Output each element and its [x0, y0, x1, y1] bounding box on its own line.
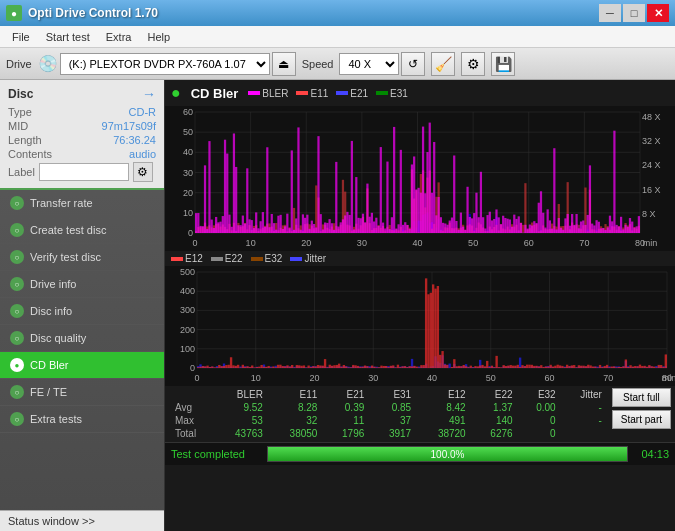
legend-e11-label: E11	[310, 88, 328, 99]
app-icon: ●	[6, 5, 22, 21]
legend-e22-color	[211, 257, 223, 261]
sidebar-item-create-test-disc[interactable]: ○ Create test disc	[0, 217, 164, 244]
menu-file[interactable]: File	[4, 29, 38, 45]
sidebar-item-cd-bler-label: CD Bler	[30, 359, 69, 371]
disc-label-input[interactable]	[39, 163, 129, 181]
chart1-legend: BLER E11 E21 E31	[248, 88, 408, 99]
legend-e32-color	[251, 257, 263, 261]
title-bar: ● Opti Drive Control 1.70 ─ □ ✕	[0, 0, 675, 26]
legend-bler-label: BLER	[262, 88, 288, 99]
progress-track: 100.0%	[267, 446, 628, 462]
legend-jitter-label: Jitter	[304, 253, 326, 264]
sidebar-item-drive-info[interactable]: ○ Drive info	[0, 271, 164, 298]
sidebar-item-fe-te[interactable]: ○ FE / TE	[0, 379, 164, 406]
sidebar-item-verify-test-disc-label: Verify test disc	[30, 251, 101, 263]
disc-panel: Disc → Type CD-R MID 97m17s09f Length 76…	[0, 80, 164, 190]
speed-label: Speed	[302, 58, 334, 70]
legend-e21-color	[336, 91, 348, 95]
settings-button[interactable]: ⚙	[461, 52, 485, 76]
chart2-legend-bar: E12 E22 E32 Jitter	[165, 251, 675, 266]
legend-e22: E22	[211, 253, 243, 264]
menu-extra[interactable]: Extra	[98, 29, 140, 45]
menu-bar: File Start test Extra Help	[0, 26, 675, 48]
sidebar-item-disc-info[interactable]: ○ Disc info	[0, 298, 164, 325]
disc-panel-title: Disc	[8, 87, 33, 101]
legend-e21: E21	[336, 88, 368, 99]
time-display: 04:13	[634, 448, 669, 460]
status-window-label: Status window >>	[8, 515, 95, 527]
legend-e32: E32	[251, 253, 283, 264]
start-full-button[interactable]: Start full	[612, 388, 671, 407]
menu-help[interactable]: Help	[139, 29, 178, 45]
disc-type-value: CD-R	[129, 106, 157, 118]
sidebar-item-create-test-disc-label: Create test disc	[30, 224, 106, 236]
sidebar-item-disc-quality[interactable]: ○ Disc quality	[0, 325, 164, 352]
drive-select[interactable]: (K:) PLEXTOR DVDR PX-760A 1.07	[60, 53, 270, 75]
progress-text: 100.0%	[268, 447, 627, 463]
col-bler: BLER	[214, 388, 269, 401]
disc-contents-label: Contents	[8, 148, 52, 160]
maximize-button[interactable]: □	[623, 4, 645, 22]
sidebar-item-disc-info-label: Disc info	[30, 305, 72, 317]
disc-contents-value: audio	[129, 148, 156, 160]
legend-e12-color	[171, 257, 183, 261]
disc-arrow-icon[interactable]: →	[142, 86, 156, 102]
legend-e11-color	[296, 91, 308, 95]
disc-mid-value: 97m17s09f	[102, 120, 156, 132]
disc-label-icon-button[interactable]: ⚙	[133, 162, 153, 182]
col-e12: E12	[417, 388, 472, 401]
sidebar-item-transfer-rate-label: Transfer rate	[30, 197, 93, 209]
disc-mid-label: MID	[8, 120, 28, 132]
save-button[interactable]: 💾	[491, 52, 515, 76]
sidebar-item-verify-test-disc[interactable]: ○ Verify test disc	[0, 244, 164, 271]
col-jitter: Jitter	[562, 388, 608, 401]
app-title: Opti Drive Control 1.70	[28, 6, 158, 20]
legend-e21-label: E21	[350, 88, 368, 99]
legend-e31-label: E31	[390, 88, 408, 99]
stats-buttons: Start full Start part	[612, 388, 671, 429]
minimize-button[interactable]: ─	[599, 4, 621, 22]
legend-e12: E12	[171, 253, 203, 264]
sidebar-item-extra-tests[interactable]: ○ Extra tests	[0, 406, 164, 433]
disc-type-label: Type	[8, 106, 32, 118]
stats-area: BLER E11 E21 E31 E12 E22 E32 Jitter Avg9…	[165, 386, 675, 442]
cd-bler-chart-icon: ●	[171, 84, 181, 102]
legend-bler: BLER	[248, 88, 288, 99]
drive-selector-group: 💿 (K:) PLEXTOR DVDR PX-760A 1.07 ⏏	[38, 52, 296, 76]
speed-icon-button[interactable]: ↺	[401, 52, 425, 76]
content-area: ● CD Bler BLER E11 E21 E31	[165, 80, 675, 531]
erase-button[interactable]: 🧹	[431, 52, 455, 76]
sidebar-item-drive-info-label: Drive info	[30, 278, 76, 290]
sidebar-menu: ○ Transfer rate ○ Create test disc ○ Ver…	[0, 190, 164, 510]
transfer-rate-icon: ○	[10, 196, 24, 210]
progress-area: Test completed 100.0% 04:13	[165, 442, 675, 465]
col-e21: E21	[323, 388, 370, 401]
speed-select[interactable]: 40 X	[339, 53, 399, 75]
disc-length-label: Length	[8, 134, 42, 146]
col-e31: E31	[370, 388, 417, 401]
create-test-disc-icon: ○	[10, 223, 24, 237]
col-e32: E32	[519, 388, 562, 401]
legend-e31-color	[376, 91, 388, 95]
extra-tests-icon: ○	[10, 412, 24, 426]
sidebar-item-disc-quality-label: Disc quality	[30, 332, 86, 344]
sidebar-item-extra-tests-label: Extra tests	[30, 413, 82, 425]
main-layout: Disc → Type CD-R MID 97m17s09f Length 76…	[0, 80, 675, 531]
legend-e12-label: E12	[185, 253, 203, 264]
legend-e11: E11	[296, 88, 328, 99]
legend-e31: E31	[376, 88, 408, 99]
sidebar-item-cd-bler[interactable]: ● CD Bler	[0, 352, 164, 379]
legend-jitter: Jitter	[290, 253, 326, 264]
disc-quality-icon: ○	[10, 331, 24, 345]
status-window-button[interactable]: Status window >>	[0, 510, 164, 531]
sidebar-item-transfer-rate[interactable]: ○ Transfer rate	[0, 190, 164, 217]
window-controls: ─ □ ✕	[599, 4, 669, 22]
legend-e22-label: E22	[225, 253, 243, 264]
menu-start-test[interactable]: Start test	[38, 29, 98, 45]
col-e22: E22	[472, 388, 519, 401]
legend-jitter-color	[290, 257, 302, 261]
start-part-button[interactable]: Start part	[612, 410, 671, 429]
eject-button[interactable]: ⏏	[272, 52, 296, 76]
close-button[interactable]: ✕	[647, 4, 669, 22]
cd-bler-icon: ●	[10, 358, 24, 372]
